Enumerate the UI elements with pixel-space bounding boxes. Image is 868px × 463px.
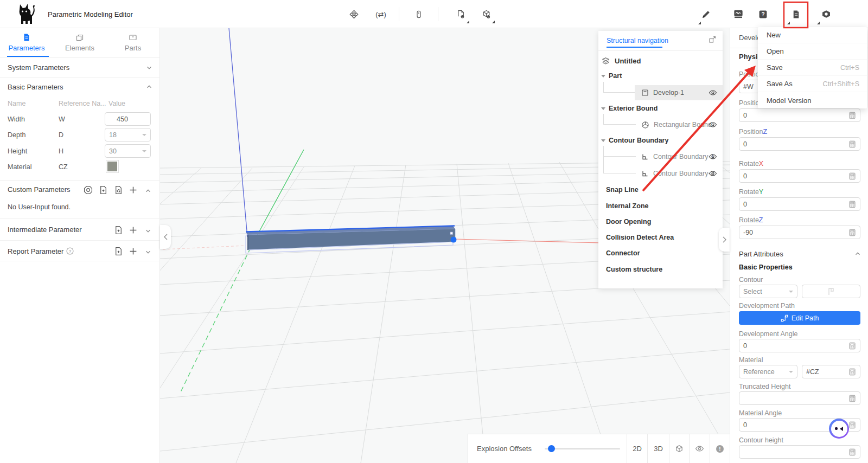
calculator-icon[interactable] [848,172,856,180]
activity-monitor-icon[interactable] [729,5,748,23]
calculator-icon[interactable] [848,395,856,402]
chevron-down-icon[interactable] [143,247,154,258]
part-attributes-header[interactable]: Part Attributes [730,246,868,261]
slider-knob[interactable] [548,445,555,452]
tree-item-rectangular-bound[interactable]: Rectangular Bound [635,117,723,132]
expand-caret-icon[interactable] [601,75,605,78]
visibility-eye-icon[interactable] [709,169,717,178]
info-icon[interactable]: ! [710,434,730,463]
cube-3d-icon[interactable] [669,434,689,463]
edit-path-button[interactable]: Edit Path [739,311,860,325]
collapse-right-panel-button[interactable] [719,228,730,252]
width-value-input[interactable]: 450 [105,112,151,126]
import-doc-star-icon[interactable] [113,224,124,235]
calculator-icon[interactable] [848,342,856,350]
calculator-icon[interactable] [848,112,856,119]
add-parameter-icon[interactable] [127,224,138,235]
import-doc-star-icon[interactable] [98,184,108,195]
menu-item-save-as[interactable]: Save As Ctrl+Shift+S [758,76,867,92]
visibility-eye-icon[interactable] [709,152,717,161]
menu-item-new[interactable]: New [758,27,867,43]
material-label: Material [739,356,763,364]
rotate-y-input[interactable]: 0 [739,197,860,211]
truncated-height-label: Truncated Height [739,383,790,390]
view-3d-button[interactable]: 3D [647,434,669,463]
tab-parts[interactable]: Parts [106,28,159,57]
tree-category-snap-line[interactable]: Snap Line [606,186,639,194]
calculator-icon[interactable] [848,140,856,148]
chevron-down-icon[interactable] [143,226,154,236]
material-value-input[interactable]: #CZ [802,365,860,378]
collapse-left-panel-button[interactable] [160,225,171,249]
tab-parameters[interactable]: Parameters [0,28,53,57]
menu-item-save[interactable]: Save Ctrl+S [758,60,867,76]
development-angle-input[interactable]: 0 [739,339,860,352]
gear-octagon-icon[interactable] [82,184,93,195]
section-system-parameters[interactable]: System Parameters [0,58,160,78]
add-parameter-icon[interactable] [127,246,138,256]
tree-category-internal-zone[interactable]: Internal Zone [606,202,648,210]
input-value: #CZ [806,368,819,376]
visibility-eye-icon[interactable] [709,120,717,129]
param-name: Material [8,163,31,171]
select-caret-icon [789,291,793,293]
capsule-pin-icon[interactable] [410,5,428,23]
eye-visibility-icon[interactable] [689,434,710,463]
chevron-up-icon[interactable] [854,250,861,257]
height-value-select[interactable]: 30 [105,144,151,158]
file-menu-icon[interactable] [787,5,805,23]
rotate-z-input[interactable]: -90 [739,226,860,239]
expand-caret-icon[interactable] [601,139,605,142]
position-y-input[interactable]: 0 [739,108,860,122]
help-icon[interactable]: ? [754,5,772,23]
tree-item-develop-1[interactable]: Develop-1 [635,85,723,100]
chevron-up-icon[interactable] [146,83,152,90]
contour-height-input[interactable] [739,445,860,459]
calculator-icon[interactable] [848,368,856,376]
material-mode-select[interactable]: Reference [739,365,797,378]
tab-elements[interactable]: Elements [53,28,106,57]
calculator-icon[interactable] [848,448,856,456]
tree-root-untitled[interactable]: Untitled [598,54,723,68]
visibility-eye-icon[interactable] [709,88,717,97]
expand-caret-icon[interactable] [601,107,605,110]
add-parameter-icon[interactable] [127,184,138,195]
settings-nut-icon[interactable] [817,5,835,23]
view-2d-button[interactable]: 2D [627,434,647,463]
explosion-slider[interactable] [545,448,620,449]
calculator-icon[interactable] [848,421,856,429]
assembly-knot-icon[interactable] [344,5,363,23]
pop-out-icon[interactable] [709,36,716,43]
chevron-down-icon[interactable] [146,65,152,71]
tree-item-contour-boundary-2[interactable]: Contour Boundary-2 [635,166,723,181]
assistant-chat-button[interactable] [829,419,849,439]
menu-item-label: Open [767,47,784,55]
position-z-input[interactable]: 0 [739,137,860,151]
tree-category-custom-structure[interactable]: Custom structure [606,266,662,273]
question-circle-icon[interactable]: ? [66,247,74,255]
import-doc-star-icon[interactable] [113,246,124,256]
swap-arrows-icon[interactable]: (⇄) [372,5,390,23]
section-title: Custom Parameters [8,185,71,194]
rotate-x-input[interactable]: 0 [739,169,860,183]
material-color-swatch[interactable] [106,160,119,173]
calculator-icon[interactable] [848,201,856,208]
contour-preview-box[interactable] [802,285,860,298]
parts-drawer-icon [129,33,137,42]
section-basic-parameters[interactable]: Basic Parameters [0,78,160,96]
truncated-height-input[interactable] [739,391,860,405]
tree-category-collision-detect-area[interactable]: Collision Detect Area [606,234,674,241]
depth-value-select[interactable]: 18 [105,128,151,142]
contour-select[interactable]: Select [739,285,797,298]
tree-category-connector[interactable]: Connector [606,249,640,257]
menu-item-model-version[interactable]: Model Version [758,92,867,108]
tree-item-contour-boundary-1[interactable]: Contour Boundary-1 [635,149,723,164]
menu-item-open[interactable]: Open [758,43,867,60]
input-value: 0 [743,172,747,180]
export-doc-sync-icon[interactable] [113,184,124,195]
tree-category-door-opening[interactable]: Door Opening [606,218,651,226]
tree-group-part[interactable]: Part [598,69,723,83]
chevron-up-icon[interactable] [143,185,154,196]
calculator-icon[interactable] [848,229,856,236]
edit-pencil-icon[interactable] [697,5,715,23]
